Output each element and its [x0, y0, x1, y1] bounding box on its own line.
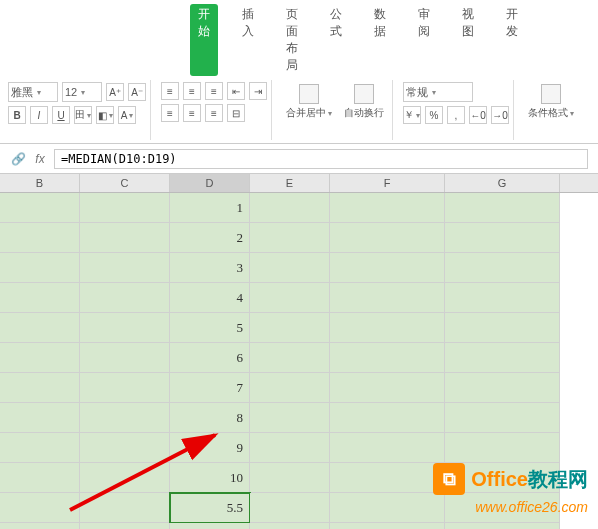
indent-decrease-button[interactable]: ⇤: [227, 82, 245, 100]
cell-D-9[interactable]: 9: [170, 433, 250, 463]
cell[interactable]: [250, 433, 330, 463]
merge-center-button[interactable]: 合并居中: [282, 82, 336, 122]
cell[interactable]: [0, 223, 80, 253]
cell[interactable]: [80, 373, 170, 403]
cell[interactable]: [0, 193, 80, 223]
cell[interactable]: [0, 463, 80, 493]
cell-D-7[interactable]: 7: [170, 373, 250, 403]
cell[interactable]: [250, 343, 330, 373]
cell[interactable]: [80, 313, 170, 343]
cell[interactable]: [250, 523, 330, 529]
number-format-select[interactable]: 常规: [403, 82, 473, 102]
conditional-format-button[interactable]: 条件格式: [524, 82, 578, 122]
cell[interactable]: [330, 253, 445, 283]
cell[interactable]: [80, 493, 170, 523]
cell[interactable]: [330, 223, 445, 253]
cell[interactable]: [445, 523, 560, 529]
cell[interactable]: [80, 283, 170, 313]
cell-D-11-selected[interactable]: 5.5: [170, 493, 250, 523]
comma-button[interactable]: ,: [447, 106, 465, 124]
formula-input[interactable]: =MEDIAN(D10:D19): [54, 149, 588, 169]
cell[interactable]: [250, 223, 330, 253]
cell-D-4[interactable]: 4: [170, 283, 250, 313]
cell[interactable]: [445, 403, 560, 433]
cell-D-2[interactable]: 2: [170, 223, 250, 253]
tab-view[interactable]: 视图: [454, 4, 482, 76]
cell-D-10[interactable]: 10: [170, 463, 250, 493]
cell[interactable]: [80, 403, 170, 433]
cell[interactable]: [445, 433, 560, 463]
font-name-select[interactable]: 雅黑: [8, 82, 58, 102]
cell[interactable]: [80, 253, 170, 283]
underline-button[interactable]: U: [52, 106, 70, 124]
cell-D-8[interactable]: 8: [170, 403, 250, 433]
cell[interactable]: [445, 283, 560, 313]
cell-D-1[interactable]: 1: [170, 193, 250, 223]
cell[interactable]: [330, 463, 445, 493]
wrap-text-button[interactable]: 自动换行: [340, 82, 388, 122]
cell[interactable]: [0, 403, 80, 433]
align-bottom-button[interactable]: ≡: [205, 82, 223, 100]
cell[interactable]: [250, 253, 330, 283]
tab-data[interactable]: 数据: [366, 4, 394, 76]
bold-button[interactable]: B: [8, 106, 26, 124]
col-header-B[interactable]: B: [0, 174, 80, 192]
cell[interactable]: [0, 313, 80, 343]
cell[interactable]: [250, 373, 330, 403]
font-size-select[interactable]: 12: [62, 82, 102, 102]
cell-D-3[interactable]: 3: [170, 253, 250, 283]
percent-button[interactable]: %: [425, 106, 443, 124]
font-increase-button[interactable]: A⁺: [106, 83, 124, 101]
cell[interactable]: [0, 253, 80, 283]
font-color-button[interactable]: A: [118, 106, 136, 124]
cell[interactable]: [250, 403, 330, 433]
cell[interactable]: [250, 283, 330, 313]
cell[interactable]: [0, 433, 80, 463]
indent-increase-button[interactable]: ⇥: [249, 82, 267, 100]
cell[interactable]: [330, 313, 445, 343]
cell[interactable]: [170, 523, 250, 529]
align-right-button[interactable]: ≡: [205, 104, 223, 122]
cell[interactable]: [80, 193, 170, 223]
col-header-E[interactable]: E: [250, 174, 330, 192]
cell-D-5[interactable]: 5: [170, 313, 250, 343]
font-decrease-button[interactable]: A⁻: [128, 83, 146, 101]
decimal-increase-button[interactable]: ←0: [469, 106, 487, 124]
cell[interactable]: [80, 523, 170, 529]
cell[interactable]: [80, 433, 170, 463]
cell[interactable]: [0, 283, 80, 313]
cell[interactable]: [0, 523, 80, 529]
cell[interactable]: [250, 493, 330, 523]
cell[interactable]: [330, 283, 445, 313]
cell[interactable]: [330, 193, 445, 223]
cell[interactable]: [445, 373, 560, 403]
cell[interactable]: [80, 343, 170, 373]
cell[interactable]: [330, 403, 445, 433]
merge-across-button[interactable]: ⊟: [227, 104, 245, 122]
col-header-F[interactable]: F: [330, 174, 445, 192]
align-center-button[interactable]: ≡: [183, 104, 201, 122]
tab-pagelayout[interactable]: 页面布局: [278, 4, 306, 76]
cell[interactable]: [250, 193, 330, 223]
tab-review[interactable]: 审阅: [410, 4, 438, 76]
cell[interactable]: [330, 433, 445, 463]
cell[interactable]: [445, 193, 560, 223]
cell[interactable]: [80, 223, 170, 253]
cell[interactable]: [445, 253, 560, 283]
cell-D-6[interactable]: 6: [170, 343, 250, 373]
fx-icon[interactable]: fx: [32, 151, 48, 167]
link-icon[interactable]: 🔗: [10, 151, 26, 167]
cell[interactable]: [0, 343, 80, 373]
cell[interactable]: [330, 493, 445, 523]
fill-color-button[interactable]: ◧: [96, 106, 114, 124]
cell[interactable]: [330, 523, 445, 529]
align-middle-button[interactable]: ≡: [183, 82, 201, 100]
col-header-G[interactable]: G: [445, 174, 560, 192]
align-left-button[interactable]: ≡: [161, 104, 179, 122]
cell[interactable]: [330, 343, 445, 373]
col-header-C[interactable]: C: [80, 174, 170, 192]
cell[interactable]: [445, 313, 560, 343]
tab-insert[interactable]: 插入: [234, 4, 262, 76]
cell[interactable]: [445, 223, 560, 253]
tab-start[interactable]: 开始: [190, 4, 218, 76]
